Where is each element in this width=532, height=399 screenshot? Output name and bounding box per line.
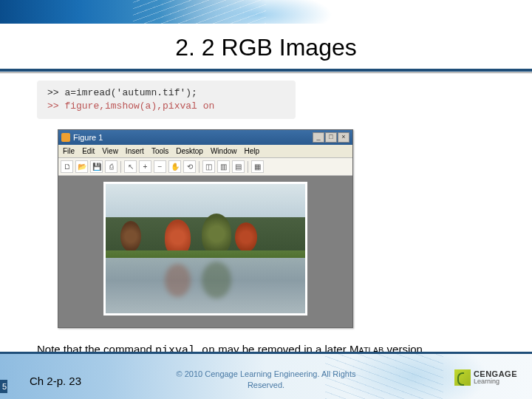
cengage-logo-icon <box>454 369 471 386</box>
close-button[interactable]: × <box>338 132 349 143</box>
pan-icon[interactable]: ✋ <box>168 160 181 173</box>
maximize-button[interactable]: □ <box>325 132 337 143</box>
save-icon[interactable]: 💾 <box>90 160 103 173</box>
menu-view[interactable]: View <box>102 147 118 155</box>
menu-file[interactable]: File <box>63 147 75 155</box>
divider <box>0 69 532 72</box>
separator <box>248 161 248 173</box>
legend-icon[interactable]: ▤ <box>232 160 245 173</box>
figure-title: Figure 1 <box>73 133 103 142</box>
code-line: >> figure,imshow(a),pixval on <box>47 100 285 113</box>
colorbar-icon[interactable]: ▥ <box>217 160 230 173</box>
image-frame <box>103 182 307 316</box>
matlab-figure-window: Figure 1 _ □ × File Edit View Insert Too… <box>58 129 353 328</box>
zoom-out-icon[interactable]: − <box>154 160 166 173</box>
top-banner <box>0 0 532 24</box>
rotate-icon[interactable]: ⟲ <box>183 160 196 173</box>
footer: 5 Ch 2-p. 23 © 2010 Cengage Learning Eng… <box>0 352 532 399</box>
new-icon[interactable]: 🗋 <box>61 160 73 173</box>
open-icon[interactable]: 📂 <box>75 160 88 173</box>
figure-canvas <box>58 176 352 327</box>
code-line: >> a=imread('autumn.tif'); <box>47 86 285 100</box>
code-block: >> a=imread('autumn.tif'); >> figure,ims… <box>37 81 296 119</box>
axes-icon[interactable]: ▦ <box>251 160 264 173</box>
menu-desktop[interactable]: Desktop <box>176 147 203 155</box>
print-icon[interactable]: ⎙ <box>105 160 117 173</box>
page-reference: Ch 2-p. 23 <box>30 375 81 387</box>
slide-number-badge: 5 <box>0 380 7 393</box>
matlab-figure-icon <box>61 133 70 142</box>
slide-title: 2. 2 RGB Images <box>0 34 532 61</box>
pointer-icon[interactable]: ↖ <box>124 160 137 173</box>
menu-edit[interactable]: Edit <box>82 147 95 155</box>
logo-line2: Learning <box>474 378 517 385</box>
figure-menubar: File Edit View Insert Tools Desktop Wind… <box>58 145 352 158</box>
autumn-image <box>106 184 305 313</box>
menu-tools[interactable]: Tools <box>151 147 168 155</box>
separator <box>199 161 200 173</box>
menu-insert[interactable]: Insert <box>126 147 144 155</box>
content-area: >> a=imread('autumn.tif'); >> figure,ims… <box>0 73 532 357</box>
figure-titlebar: Figure 1 _ □ × <box>58 130 352 145</box>
zoom-in-icon[interactable]: + <box>139 160 151 173</box>
menu-window[interactable]: Window <box>211 147 237 155</box>
footer-bg: 5 Ch 2-p. 23 © 2010 Cengage Learning Eng… <box>0 354 532 399</box>
copyright: © 2010 Cengage Learning Engineering. All… <box>170 369 362 390</box>
menu-help[interactable]: Help <box>245 147 260 155</box>
cengage-logo: CENGAGE Learning <box>454 369 517 386</box>
minimize-button[interactable]: _ <box>313 132 324 143</box>
separator <box>120 161 121 173</box>
datacursor-icon[interactable]: ◫ <box>202 160 215 173</box>
figure-toolbar: 🗋 📂 💾 ⎙ ↖ + − ✋ ⟲ ◫ ▥ ▤ ▦ <box>58 158 352 176</box>
